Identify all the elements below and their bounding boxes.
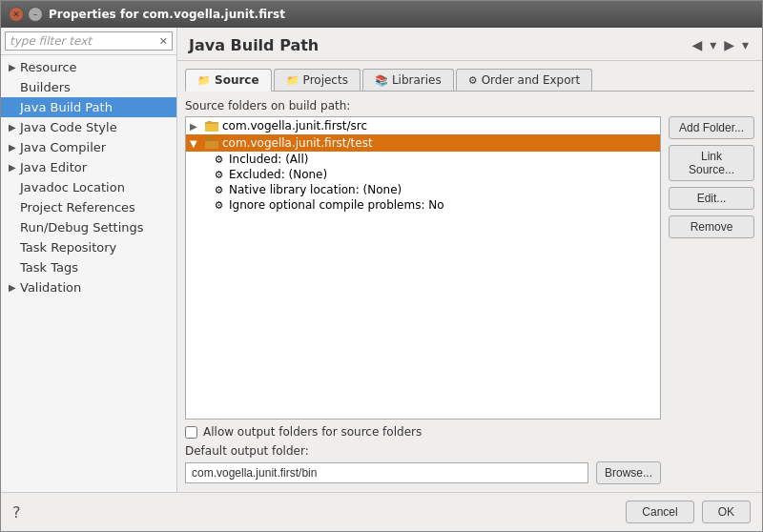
svg-rect-6 [207, 138, 212, 141]
gear-icon: ⚙ [213, 184, 225, 196]
expand-arrow-icon: ▶ [9, 122, 18, 133]
tab-projects[interactable]: 📁 Projects [274, 69, 361, 91]
sidebar-item-task-repository[interactable]: Task Repository [1, 237, 176, 257]
link-source-button[interactable]: Link Source... [669, 145, 754, 181]
sidebar-item-java-build-path[interactable]: Java Build Path [1, 97, 176, 117]
sidebar-item-run-debug-settings[interactable]: Run/Debug Settings [1, 217, 176, 237]
projects-tab-icon: 📁 [286, 74, 299, 87]
tree-child-included[interactable]: ⚙ Included: (All) [213, 152, 660, 167]
bottom-section: Allow output folders for source folders … [185, 419, 661, 484]
tree-child-ignore-optional[interactable]: ⚙ Ignore optional compile problems: No [213, 197, 660, 213]
order-tab-icon: ⚙ [468, 74, 478, 87]
forward-icon[interactable]: ▶ [722, 35, 736, 54]
nav-tree: ▶ Resource Builders Java Build Path ▶ Ja… [1, 55, 176, 492]
main-content: Java Build Path ◀ ▾ ▶ ▾ 📁 Source 📁 [177, 28, 762, 492]
tab-bar: 📁 Source 📁 Projects 📚 Libraries ⚙ Order … [185, 69, 754, 92]
default-output-folder-label: Default output folder: [185, 444, 661, 458]
folder-icon [205, 119, 218, 133]
sidebar-item-javadoc-location[interactable]: Javadoc Location [1, 177, 176, 197]
sidebar-item-project-references[interactable]: Project References [1, 197, 176, 217]
sidebar-item-validation[interactable]: ▶ Validation [1, 277, 176, 297]
tree-children-test: ⚙ Included: (All) ⚙ Excluded: (None) ⚙ N… [186, 152, 660, 213]
folder-icon [205, 136, 218, 150]
edit-button[interactable]: Edit... [669, 187, 754, 210]
filter-input-wrapper[interactable]: type filter text ✕ [5, 31, 173, 51]
dialog-body: type filter text ✕ ▶ Resource Builders J… [1, 28, 762, 492]
output-folder-input[interactable] [185, 462, 588, 483]
source-panel: ▶ com.vogella.junit.first/src [185, 116, 661, 484]
window-controls: ✕ – [9, 7, 43, 22]
content-area: ▶ com.vogella.junit.first/src [185, 116, 754, 484]
sidebar-item-java-compiler[interactable]: ▶ Java Compiler [1, 137, 176, 157]
main-header: Java Build Path ◀ ▾ ▶ ▾ [177, 28, 762, 61]
dropdown-icon[interactable]: ▾ [708, 35, 718, 54]
footer-buttons: Cancel OK [626, 501, 751, 523]
gear-icon: ⚙ [213, 169, 225, 181]
tab-source[interactable]: 📁 Source [185, 69, 272, 92]
gear-icon: ⚙ [213, 153, 225, 166]
add-folder-button[interactable]: Add Folder... [669, 116, 754, 139]
dialog-title: Properties for com.vogella.junit.first [49, 8, 285, 21]
title-bar: ✕ – Properties for com.vogella.junit.fir… [1, 1, 762, 28]
sidebar-item-builders[interactable]: Builders [1, 77, 176, 97]
tree-child-native-lib[interactable]: ⚙ Native library location: (None) [213, 182, 660, 197]
expand-arrow-icon: ▶ [9, 282, 18, 293]
svg-rect-3 [207, 121, 212, 124]
close-window-button[interactable]: ✕ [9, 7, 24, 22]
action-buttons-panel: Add Folder... Link Source... Edit... Rem… [669, 116, 754, 484]
tree-arrow-icon: ▶ [190, 121, 201, 132]
tab-libraries[interactable]: 📚 Libraries [362, 69, 454, 91]
gear-icon: ⚙ [213, 199, 225, 212]
sidebar-item-task-tags[interactable]: Task Tags [1, 257, 176, 277]
allow-output-folders-label: Allow output folders for source folders [203, 425, 422, 439]
sidebar: type filter text ✕ ▶ Resource Builders J… [1, 28, 177, 492]
sidebar-item-java-editor[interactable]: ▶ Java Editor [1, 157, 176, 177]
header-toolbar: ◀ ▾ ▶ ▾ [690, 35, 751, 54]
expand-arrow-icon: ▶ [9, 62, 18, 72]
browse-button[interactable]: Browse... [596, 461, 661, 484]
libraries-tab-icon: 📚 [375, 74, 388, 87]
tree-item-src[interactable]: ▶ com.vogella.junit.first/src [186, 117, 660, 134]
filter-box: type filter text ✕ [1, 28, 176, 55]
ok-button[interactable]: OK [702, 501, 751, 523]
sidebar-item-java-code-style[interactable]: ▶ Java Code Style [1, 117, 176, 137]
allow-output-folders-checkbox[interactable] [185, 426, 197, 439]
minimize-window-button[interactable]: – [28, 7, 43, 22]
help-icon[interactable]: ? [12, 503, 21, 522]
main-body: 📁 Source 📁 Projects 📚 Libraries ⚙ Order … [177, 61, 762, 492]
filter-clear-icon[interactable]: ✕ [159, 35, 168, 48]
page-title: Java Build Path [189, 36, 319, 54]
svg-rect-5 [205, 141, 218, 149]
source-folders-label: Source folders on build path: [185, 99, 754, 113]
tree-item-test[interactable]: ▼ com.vogella.junit.first/test [186, 134, 660, 152]
expand-arrow-icon: ▶ [9, 162, 18, 173]
tree-child-excluded[interactable]: ⚙ Excluded: (None) [213, 167, 660, 182]
dialog-footer: ? Cancel OK [1, 492, 762, 531]
tree-arrow-icon: ▼ [190, 138, 201, 149]
sidebar-item-resource[interactable]: ▶ Resource [1, 57, 176, 77]
output-folder-row: Browse... [185, 461, 661, 484]
properties-dialog: ✕ – Properties for com.vogella.junit.fir… [0, 0, 763, 532]
cancel-button[interactable]: Cancel [626, 501, 693, 523]
filter-placeholder: type filter text [10, 34, 159, 48]
tab-order-export[interactable]: ⚙ Order and Export [456, 69, 592, 91]
allow-output-folders-row: Allow output folders for source folders [185, 425, 661, 439]
source-tab-icon: 📁 [197, 74, 211, 87]
source-tree[interactable]: ▶ com.vogella.junit.first/src [185, 116, 661, 419]
remove-button[interactable]: Remove [669, 215, 754, 238]
back-icon[interactable]: ◀ [690, 35, 704, 54]
expand-arrow-icon: ▶ [9, 142, 18, 153]
svg-rect-2 [205, 124, 218, 132]
menu-down-icon[interactable]: ▾ [740, 35, 751, 54]
